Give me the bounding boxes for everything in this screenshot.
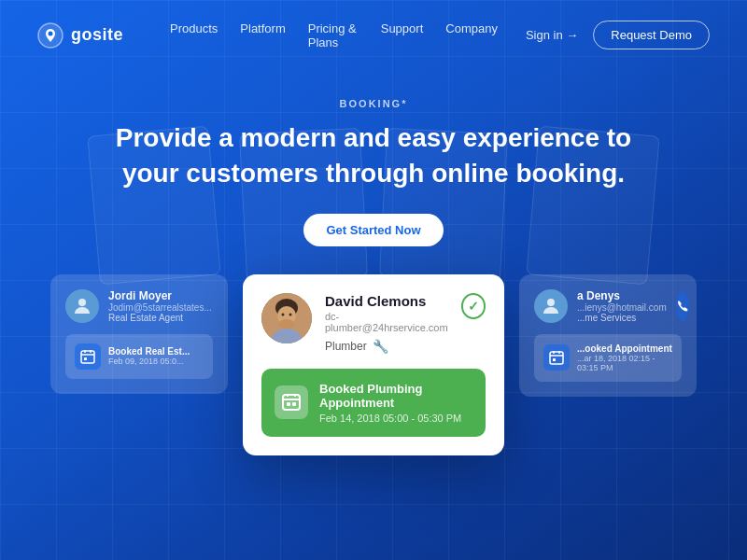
- booking-title-main: Booked Plumbing Appointment: [319, 382, 472, 410]
- hero-title: Provide a modern and easy experience to …: [0, 120, 747, 191]
- side-card-right: a Denys ...ienys@hotmail.com ...me Servi…: [519, 274, 697, 397]
- svg-rect-19: [287, 402, 290, 406]
- side-card-left-header: Jordi Moyer Jodim@5starrealstates... Rea…: [65, 289, 213, 323]
- right-card-email: ...ienys@hotmail.com: [577, 302, 667, 313]
- right-card-role: ...me Services: [577, 313, 667, 323]
- left-avatar: [65, 289, 99, 323]
- svg-point-21: [547, 299, 555, 306]
- right-card-name: a Denys: [577, 289, 667, 302]
- booking-card: Booked Plumbing Appointment Feb 14, 2018…: [261, 369, 486, 437]
- left-booking-label: Booked Real Est...: [108, 346, 190, 357]
- cards-area: Jordi Moyer Jodim@5starrealstates... Rea…: [0, 274, 747, 455]
- right-booking-row: ...ooked Appointment ...ar 18, 2018 02:1…: [534, 334, 682, 382]
- svg-rect-3: [81, 351, 94, 363]
- left-card-name: Jordi Moyer: [108, 289, 212, 302]
- hero-tag: BOOKING*: [0, 98, 747, 109]
- left-card-email: Jodim@5starrealstates...: [108, 302, 212, 313]
- role-emoji: 🔧: [373, 339, 388, 354]
- main-card-name: David Clemons: [325, 293, 448, 309]
- right-card-info: a Denys ...ienys@hotmail.com ...me Servi…: [577, 289, 667, 323]
- svg-point-1: [49, 31, 53, 35]
- calendar-icon: [80, 349, 95, 364]
- main-card-role: Plumber: [325, 340, 367, 353]
- main-card-role-row: Plumber 🔧: [325, 339, 448, 354]
- svg-rect-22: [550, 352, 563, 364]
- right-avatar: [534, 289, 568, 323]
- side-card-left: Jordi Moyer Jodim@5starrealstates... Rea…: [50, 274, 228, 394]
- svg-rect-26: [553, 358, 556, 361]
- right-avatar-icon: [540, 295, 562, 317]
- logo-icon: [37, 22, 63, 49]
- navbar: gosite Products Platform Pricing & Plans…: [0, 0, 747, 70]
- nav-links: Products Platform Pricing & Plans Suppor…: [170, 21, 498, 49]
- verified-check: ✓: [461, 293, 486, 319]
- main-avatar-image: [261, 293, 312, 343]
- right-booking-text: ...ooked Appointment ...ar 18, 2018 02:1…: [577, 343, 672, 372]
- svg-rect-15: [283, 395, 300, 410]
- logo-text: gosite: [71, 25, 123, 45]
- left-booking-date: Feb 09, 2018 05:0...: [108, 357, 190, 366]
- nav-support[interactable]: Support: [381, 21, 424, 49]
- page-wrapper: gosite Products Platform Pricing & Plans…: [0, 0, 747, 560]
- right-booking-date: ...ar 18, 2018 02:15 - 03:15 PM: [577, 354, 672, 372]
- svg-point-2: [78, 299, 86, 306]
- svg-rect-20: [292, 402, 296, 406]
- booking-date-main: Feb 14, 2018 05:00 - 05:30 PM: [319, 413, 472, 424]
- svg-point-11: [279, 319, 294, 329]
- sign-in-link[interactable]: Sign in →: [526, 28, 578, 42]
- left-avatar-icon: [71, 295, 93, 317]
- left-card-role: Real Estate Agent: [108, 313, 212, 323]
- hero-section: BOOKING* Provide a modern and easy exper…: [0, 70, 747, 246]
- svg-rect-7: [84, 357, 87, 360]
- main-card: David Clemons dc-plumber@24hrservice.com…: [243, 274, 504, 455]
- booking-icon-main: [275, 385, 308, 419]
- nav-platform[interactable]: Platform: [240, 21, 285, 49]
- main-card-info: David Clemons dc-plumber@24hrservice.com…: [325, 293, 448, 354]
- svg-point-13: [282, 313, 285, 315]
- right-booking-icon: [543, 344, 570, 371]
- nav-right: Sign in → Request Demo: [526, 21, 710, 49]
- main-avatar: [261, 293, 312, 343]
- get-started-button[interactable]: Get Started Now: [303, 214, 443, 246]
- nav-company[interactable]: Company: [445, 21, 498, 49]
- right-booking-label: ...ooked Appointment: [577, 343, 672, 354]
- calendar-icon-main: [282, 393, 301, 412]
- phone-icon: [676, 300, 689, 313]
- nav-products[interactable]: Products: [170, 21, 218, 49]
- calendar-icon-right: [549, 350, 564, 365]
- logo[interactable]: gosite: [37, 22, 123, 49]
- main-card-email: dc-plumber@24hrservice.com: [325, 311, 448, 333]
- left-booking-row: Booked Real Est... Feb 09, 2018 05:0...: [65, 334, 213, 379]
- side-card-right-header: a Denys ...ienys@hotmail.com ...me Servi…: [534, 289, 682, 323]
- left-booking-text: Booked Real Est... Feb 09, 2018 05:0...: [108, 346, 190, 366]
- request-demo-button[interactable]: Request Demo: [593, 21, 710, 49]
- nav-pricing[interactable]: Pricing & Plans: [308, 21, 359, 49]
- phone-circle[interactable]: [676, 291, 689, 321]
- main-card-header: David Clemons dc-plumber@24hrservice.com…: [261, 293, 486, 354]
- left-card-info: Jordi Moyer Jodim@5starrealstates... Rea…: [108, 289, 212, 323]
- svg-point-14: [289, 313, 292, 315]
- left-booking-icon: [75, 343, 101, 370]
- booking-text-main: Booked Plumbing Appointment Feb 14, 2018…: [319, 382, 472, 424]
